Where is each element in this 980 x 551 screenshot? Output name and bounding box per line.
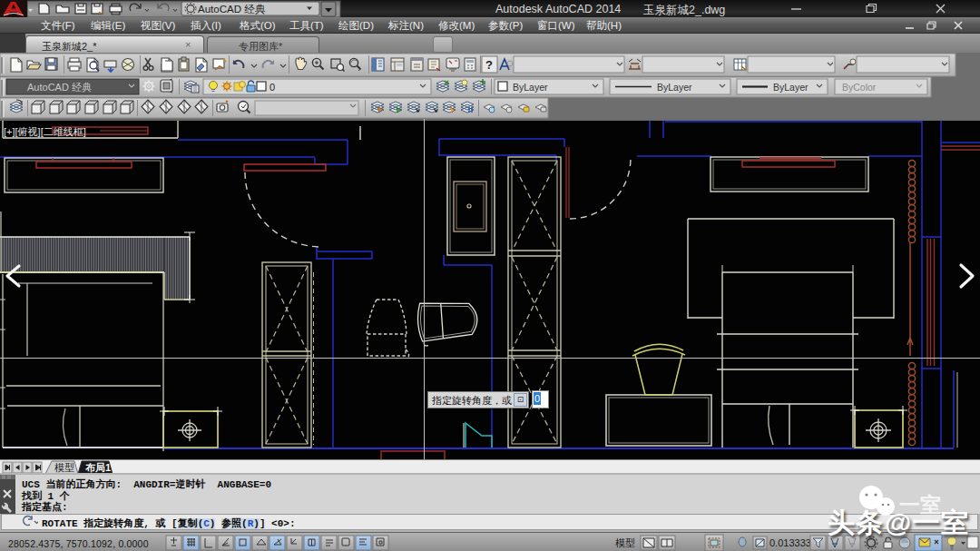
svg-text:AutoCAD 经典: AutoCAD 经典 <box>198 4 266 15</box>
svg-text:ByLayer: ByLayer <box>657 82 692 93</box>
svg-text:布局1: 布局1 <box>84 462 111 473</box>
svg-text:模型: 模型 <box>54 462 74 473</box>
svg-text:0: 0 <box>270 82 275 93</box>
svg-text:ByLayer: ByLayer <box>513 82 548 93</box>
svg-text:一室: 一室 <box>899 493 941 517</box>
svg-text:ByLayer: ByLayer <box>773 82 808 93</box>
svg-text:?: ? <box>485 58 493 72</box>
svg-text:AutoCAD 经典: AutoCAD 经典 <box>27 82 92 93</box>
svg-text:ByColor: ByColor <box>842 82 877 93</box>
svg-text:模型: 模型 <box>615 537 635 548</box>
svg-text:[+][俯视][二维线框]: [+][俯视][二维线框] <box>4 126 86 137</box>
svg-text:0.013333: 0.013333 <box>769 537 811 548</box>
